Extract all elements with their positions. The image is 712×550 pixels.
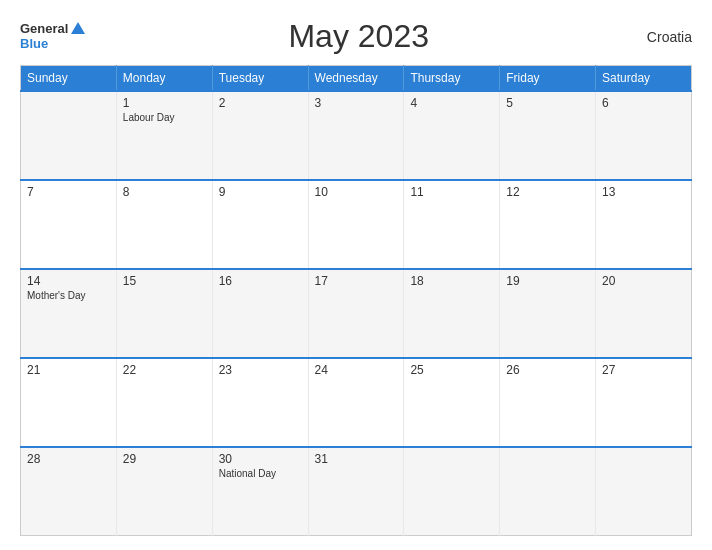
calendar-cell: 28 xyxy=(21,447,117,536)
header-wednesday: Wednesday xyxy=(308,66,404,92)
calendar-page: General Blue May 2023 Croatia Sunday Mon… xyxy=(0,0,712,550)
header-tuesday: Tuesday xyxy=(212,66,308,92)
calendar-body: 1Labour Day234567891011121314Mother's Da… xyxy=(21,91,692,536)
day-number: 3 xyxy=(315,96,398,110)
calendar-cell: 11 xyxy=(404,180,500,269)
day-number: 19 xyxy=(506,274,589,288)
logo: General Blue xyxy=(20,22,85,51)
calendar-table: Sunday Monday Tuesday Wednesday Thursday… xyxy=(20,65,692,536)
calendar-title: May 2023 xyxy=(85,18,632,55)
calendar-cell: 2 xyxy=(212,91,308,180)
day-number: 11 xyxy=(410,185,493,199)
calendar-cell: 14Mother's Day xyxy=(21,269,117,358)
day-number: 30 xyxy=(219,452,302,466)
calendar-cell: 15 xyxy=(116,269,212,358)
calendar-cell: 8 xyxy=(116,180,212,269)
calendar-cell: 10 xyxy=(308,180,404,269)
calendar-cell: 19 xyxy=(500,269,596,358)
calendar-cell: 22 xyxy=(116,358,212,447)
calendar-cell: 25 xyxy=(404,358,500,447)
day-number: 12 xyxy=(506,185,589,199)
day-number: 1 xyxy=(123,96,206,110)
day-number: 16 xyxy=(219,274,302,288)
calendar-cell: 13 xyxy=(596,180,692,269)
header-friday: Friday xyxy=(500,66,596,92)
day-number: 21 xyxy=(27,363,110,377)
calendar-cell xyxy=(21,91,117,180)
logo-blue: Blue xyxy=(20,37,48,51)
calendar-cell: 21 xyxy=(21,358,117,447)
day-number: 6 xyxy=(602,96,685,110)
day-number: 31 xyxy=(315,452,398,466)
calendar-cell: 4 xyxy=(404,91,500,180)
calendar-week-row: 21222324252627 xyxy=(21,358,692,447)
calendar-cell: 5 xyxy=(500,91,596,180)
day-number: 28 xyxy=(27,452,110,466)
weekday-header-row: Sunday Monday Tuesday Wednesday Thursday… xyxy=(21,66,692,92)
calendar-cell: 16 xyxy=(212,269,308,358)
calendar-cell: 18 xyxy=(404,269,500,358)
logo-general: General xyxy=(20,22,68,36)
day-number: 7 xyxy=(27,185,110,199)
calendar-cell: 12 xyxy=(500,180,596,269)
logo-triangle-icon xyxy=(71,22,85,34)
day-number: 15 xyxy=(123,274,206,288)
day-number: 27 xyxy=(602,363,685,377)
calendar-cell: 30National Day xyxy=(212,447,308,536)
day-number: 25 xyxy=(410,363,493,377)
day-number: 26 xyxy=(506,363,589,377)
calendar-cell xyxy=(404,447,500,536)
holiday-label: Mother's Day xyxy=(27,290,110,301)
logo-block: General Blue xyxy=(20,22,85,51)
calendar-cell: 26 xyxy=(500,358,596,447)
day-number: 5 xyxy=(506,96,589,110)
calendar-cell: 31 xyxy=(308,447,404,536)
country-label: Croatia xyxy=(632,29,692,45)
day-number: 9 xyxy=(219,185,302,199)
calendar-week-row: 78910111213 xyxy=(21,180,692,269)
day-number: 24 xyxy=(315,363,398,377)
header-monday: Monday xyxy=(116,66,212,92)
holiday-label: Labour Day xyxy=(123,112,206,123)
calendar-cell: 20 xyxy=(596,269,692,358)
day-number: 13 xyxy=(602,185,685,199)
calendar-cell xyxy=(596,447,692,536)
header-thursday: Thursday xyxy=(404,66,500,92)
day-number: 23 xyxy=(219,363,302,377)
calendar-week-row: 14Mother's Day151617181920 xyxy=(21,269,692,358)
day-number: 22 xyxy=(123,363,206,377)
calendar-cell: 6 xyxy=(596,91,692,180)
calendar-cell: 29 xyxy=(116,447,212,536)
calendar-cell: 23 xyxy=(212,358,308,447)
day-number: 18 xyxy=(410,274,493,288)
calendar-cell: 24 xyxy=(308,358,404,447)
calendar-cell xyxy=(500,447,596,536)
day-number: 20 xyxy=(602,274,685,288)
calendar-week-row: 282930National Day31 xyxy=(21,447,692,536)
day-number: 10 xyxy=(315,185,398,199)
calendar-cell: 1Labour Day xyxy=(116,91,212,180)
calendar-week-row: 1Labour Day23456 xyxy=(21,91,692,180)
day-number: 8 xyxy=(123,185,206,199)
day-number: 29 xyxy=(123,452,206,466)
day-number: 14 xyxy=(27,274,110,288)
header-sunday: Sunday xyxy=(21,66,117,92)
holiday-label: National Day xyxy=(219,468,302,479)
calendar-cell: 3 xyxy=(308,91,404,180)
calendar-cell: 27 xyxy=(596,358,692,447)
calendar-cell: 9 xyxy=(212,180,308,269)
logo-top-row: General xyxy=(20,22,85,36)
header: General Blue May 2023 Croatia xyxy=(20,18,692,55)
calendar-header: Sunday Monday Tuesday Wednesday Thursday… xyxy=(21,66,692,92)
calendar-cell: 17 xyxy=(308,269,404,358)
header-saturday: Saturday xyxy=(596,66,692,92)
day-number: 2 xyxy=(219,96,302,110)
day-number: 17 xyxy=(315,274,398,288)
calendar-cell: 7 xyxy=(21,180,117,269)
day-number: 4 xyxy=(410,96,493,110)
